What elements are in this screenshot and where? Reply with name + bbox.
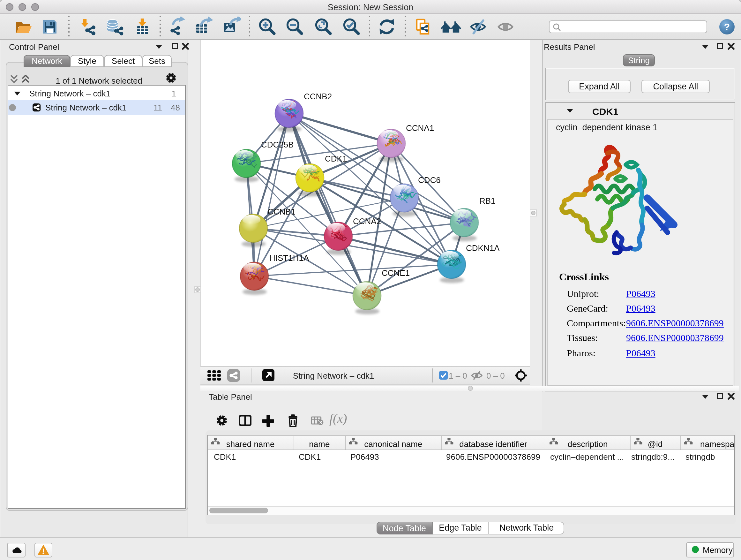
svg-text:CDKN1A: CDKN1A <box>466 243 500 253</box>
svg-text:CCNA2: CCNA2 <box>353 216 381 226</box>
svg-text:CCNA1: CCNA1 <box>406 123 434 133</box>
svg-text:RB1: RB1 <box>479 196 495 206</box>
svg-text:HIST1H1A: HIST1H1A <box>269 253 309 263</box>
svg-text:CDC25B: CDC25B <box>261 140 294 149</box>
svg-text:CCNB1: CCNB1 <box>267 207 295 216</box>
svg-text:CDC6: CDC6 <box>418 175 441 185</box>
svg-text:CDK1: CDK1 <box>325 154 347 164</box>
svg-text:CCNB2: CCNB2 <box>304 91 332 101</box>
svg-text:CCNE1: CCNE1 <box>382 268 410 278</box>
